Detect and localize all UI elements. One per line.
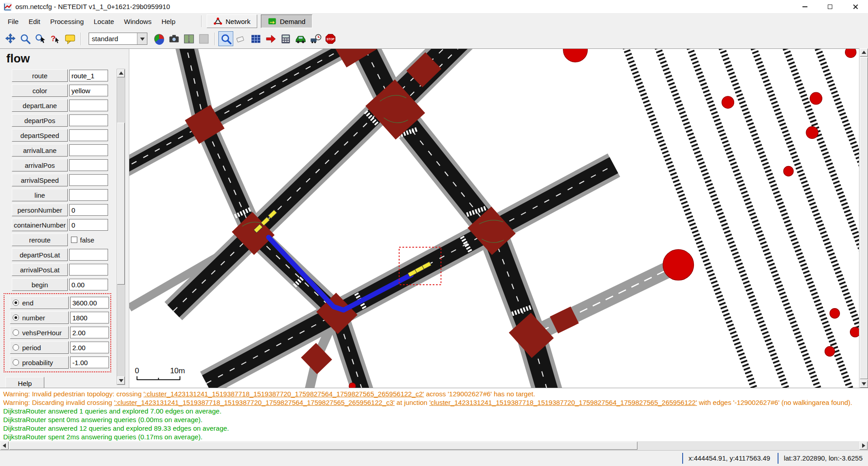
color-wheel-button[interactable] xyxy=(151,31,166,46)
horizontal-scrollbar[interactable] xyxy=(0,441,868,450)
help-pointer-button[interactable]: ? xyxy=(47,31,62,46)
reroute-checkbox-wrap: false xyxy=(71,236,94,244)
number-label-button[interactable]: number xyxy=(10,311,69,324)
network-mode-button[interactable]: Network xyxy=(207,14,257,28)
minimize-button[interactable] xyxy=(792,0,817,14)
log-link[interactable]: ':cluster_1423131241_1519387718_15193877… xyxy=(143,390,424,398)
end-radio[interactable] xyxy=(13,300,19,306)
probability-input[interactable] xyxy=(70,357,109,368)
departPosLat-label-button[interactable]: departPosLat xyxy=(12,248,68,261)
calculator-button[interactable] xyxy=(278,31,293,46)
inspect-zoom-button[interactable] xyxy=(33,31,47,46)
car-button[interactable] xyxy=(293,31,308,46)
scale-start-label: 0 xyxy=(135,366,139,375)
vehsPerHour-input[interactable] xyxy=(70,327,109,338)
menu-help[interactable]: Help xyxy=(156,14,180,29)
period-input[interactable] xyxy=(70,342,109,353)
close-button[interactable] xyxy=(843,0,868,14)
vehsPerHour-label-button[interactable]: vehsPerHour xyxy=(10,326,69,339)
menu-edit[interactable]: Edit xyxy=(24,14,45,29)
vertical-scrollbar-thumb[interactable] xyxy=(860,57,868,379)
arrivalLane-input[interactable] xyxy=(69,144,108,156)
menubar-separator xyxy=(201,15,202,27)
reroute-label-button[interactable]: reroute xyxy=(12,233,68,246)
personNumber-label-button[interactable]: personNumber xyxy=(12,204,68,216)
stop-sign-button[interactable]: STOP xyxy=(323,31,338,46)
scroll-up-button[interactable] xyxy=(860,48,868,57)
departSpeed-input[interactable] xyxy=(69,129,108,141)
arrivalPosLat-input[interactable] xyxy=(69,264,108,276)
flow-attribute-row-probability: probability xyxy=(10,356,110,369)
dead-end-junction-bubble[interactable] xyxy=(663,249,693,280)
period-label-button[interactable]: period xyxy=(10,341,69,354)
panel-scrollbar[interactable] xyxy=(117,69,125,385)
horizontal-scrollbar-thumb[interactable] xyxy=(9,442,637,450)
color-label-button[interactable]: color xyxy=(12,84,68,97)
help-button[interactable]: Help xyxy=(5,377,44,388)
personNumber-input[interactable] xyxy=(69,204,108,216)
arrivalSpeed-label-button[interactable]: arrivalSpeed xyxy=(12,174,68,186)
scroll-up-button[interactable] xyxy=(117,69,125,77)
restore-button[interactable] xyxy=(817,0,843,14)
departLane-input[interactable] xyxy=(69,100,108,111)
red-arrow-button[interactable] xyxy=(263,31,278,46)
flow-attribute-row-arrivalPosLat: arrivalPosLat xyxy=(12,263,129,276)
departPos-label-button[interactable]: departPos xyxy=(12,114,68,127)
containerNumber-label-button[interactable]: containerNumber xyxy=(12,219,68,231)
arrivalPos-input[interactable] xyxy=(69,159,108,171)
end-input[interactable] xyxy=(70,297,109,309)
route-label-button[interactable]: route xyxy=(12,69,68,82)
reroute-checkbox[interactable] xyxy=(71,237,77,243)
scroll-right-button[interactable] xyxy=(859,442,868,450)
menu-file[interactable]: File xyxy=(3,14,24,29)
arrivalPos-label-button[interactable]: arrivalPos xyxy=(12,159,68,171)
log-message: DijkstraRouter answered 12 queries and e… xyxy=(3,424,868,433)
departLane-label-button[interactable]: departLane xyxy=(12,99,68,112)
probability-label-button[interactable]: probability xyxy=(10,356,69,369)
departSpeed-label-button[interactable]: departSpeed xyxy=(12,129,68,142)
menu-windows[interactable]: Windows xyxy=(119,14,156,29)
panel-scrollbar-thumb[interactable] xyxy=(117,123,125,285)
vehsPerHour-radio[interactable] xyxy=(13,329,19,336)
line-input[interactable] xyxy=(69,189,108,201)
departPosLat-input[interactable] xyxy=(69,249,108,261)
grid-button[interactable] xyxy=(248,31,263,46)
road-eye-button[interactable] xyxy=(181,31,196,46)
number-input[interactable] xyxy=(70,312,109,323)
number-radio[interactable] xyxy=(13,314,19,321)
line-label-button[interactable]: line xyxy=(12,189,68,201)
move-tool-button[interactable] xyxy=(3,31,18,46)
gray-square-button[interactable] xyxy=(196,31,211,46)
canvas-vertical-scrollbar[interactable] xyxy=(859,48,868,388)
vehicle-clock-button[interactable] xyxy=(308,31,323,46)
containerNumber-input[interactable] xyxy=(69,219,108,231)
map-canvas[interactable]: 0 10m xyxy=(129,48,859,388)
zoom-button[interactable] xyxy=(18,31,33,46)
arrivalPosLat-label-button[interactable]: arrivalPosLat xyxy=(12,263,68,276)
eraser-button[interactable] xyxy=(233,31,248,46)
menu-processing[interactable]: Processing xyxy=(45,14,89,29)
demand-mode-button[interactable]: Demand xyxy=(261,14,312,28)
probability-radio[interactable] xyxy=(13,359,19,366)
begin-label-button[interactable]: begin xyxy=(12,278,68,291)
arrivalSpeed-input[interactable] xyxy=(69,174,108,186)
departPos-input[interactable] xyxy=(69,114,108,126)
menu-locate[interactable]: Locate xyxy=(89,14,119,29)
log-link[interactable]: 'cluster_1423131241_1519387718_151938772… xyxy=(429,399,697,406)
period-radio[interactable] xyxy=(13,344,19,351)
log-link[interactable]: ':cluster_1423131241_1519387718_15193877… xyxy=(114,399,395,406)
combo-dropdown-button[interactable] xyxy=(137,33,147,44)
scroll-left-button[interactable] xyxy=(0,442,9,450)
route-input[interactable] xyxy=(69,70,108,81)
view-scheme-select[interactable]: standard xyxy=(89,33,147,45)
comment-button[interactable] xyxy=(62,31,77,46)
arrivalLane-label-button[interactable]: arrivalLane xyxy=(12,144,68,157)
camera-button[interactable] xyxy=(166,31,181,46)
zoom-active-button[interactable] xyxy=(218,31,233,46)
color-input[interactable] xyxy=(69,85,108,96)
network-view[interactable]: 0 10m xyxy=(129,49,859,388)
scroll-down-button[interactable] xyxy=(860,380,868,388)
scroll-down-button[interactable] xyxy=(117,376,125,385)
end-label-button[interactable]: end xyxy=(10,296,69,309)
begin-input[interactable] xyxy=(69,279,108,290)
